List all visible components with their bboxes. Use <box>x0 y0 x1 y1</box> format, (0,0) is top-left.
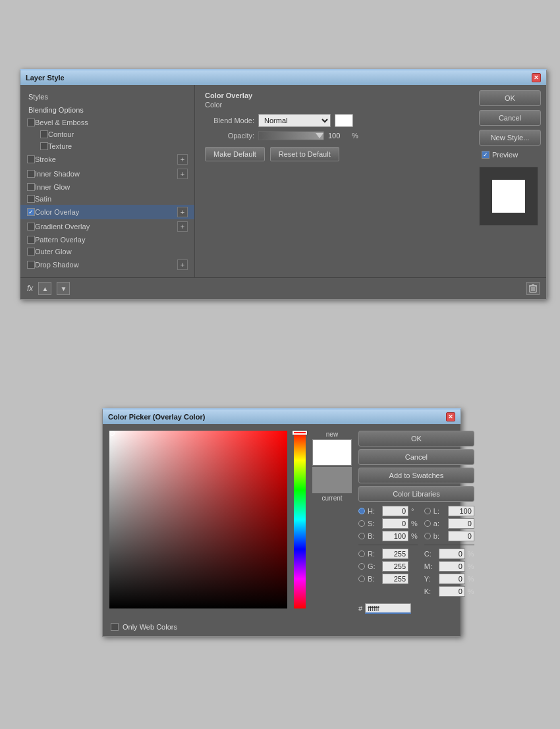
hex-input[interactable] <box>365 603 411 614</box>
ok-button[interactable]: OK <box>479 90 541 106</box>
b3-row: b: <box>424 531 474 541</box>
cp-ok-button[interactable]: OK <box>358 431 474 446</box>
h-label: H: <box>368 507 379 515</box>
fx-label: fx <box>27 284 33 293</box>
sidebar-item-bevel-emboss[interactable]: Bevel & Emboss <box>20 117 194 128</box>
add-to-swatches-button[interactable]: Add to Swatches <box>358 468 474 483</box>
pattern-overlay-checkbox[interactable] <box>27 236 35 244</box>
g-input[interactable] <box>382 561 408 572</box>
opacity-slider[interactable] <box>258 131 324 140</box>
sidebar-item-stroke[interactable]: Stroke + <box>20 152 194 167</box>
b-radio[interactable] <box>358 533 365 539</box>
stroke-checkbox[interactable] <box>27 155 35 163</box>
h-unit: ° <box>411 507 414 515</box>
new-style-button[interactable]: New Style... <box>479 130 541 146</box>
trash-button[interactable] <box>526 282 540 295</box>
gradient-overlay-checkbox[interactable] <box>27 223 35 230</box>
color-libraries-button[interactable]: Color Libraries <box>358 486 474 502</box>
preview-checkbox[interactable]: ✓ <box>482 151 490 159</box>
opacity-slider-thumb[interactable] <box>316 133 323 138</box>
c-label: C: <box>424 550 436 558</box>
h-row: H: ° <box>358 506 418 516</box>
r-input[interactable] <box>382 549 408 559</box>
b-input[interactable] <box>382 531 408 541</box>
b3-radio[interactable] <box>424 533 431 539</box>
sidebar-item-texture[interactable]: Texture <box>20 140 194 152</box>
contour-checkbox[interactable] <box>40 130 48 138</box>
cp-cancel-button[interactable]: Cancel <box>358 449 474 465</box>
blending-options-header[interactable]: Blending Options <box>20 103 194 117</box>
m-unit: % <box>468 562 474 570</box>
color-overlay-plus-button[interactable]: + <box>177 207 188 217</box>
g-radio[interactable] <box>358 563 365 570</box>
preview-label: Preview <box>492 151 518 159</box>
styles-header[interactable]: Styles <box>20 90 194 103</box>
b2-radio[interactable] <box>358 576 365 582</box>
h-radio[interactable] <box>358 508 365 514</box>
color-picker-close-button[interactable]: ✕ <box>446 412 455 421</box>
opacity-label: Opacity: <box>205 132 254 140</box>
b3-input[interactable] <box>448 531 474 541</box>
k-label: K: <box>424 587 436 595</box>
c-unit: % <box>468 550 474 558</box>
s-input[interactable] <box>382 518 408 529</box>
color-overlay-swatch[interactable] <box>335 114 353 127</box>
gradient-cursor <box>109 431 115 436</box>
inner-shadow-checkbox[interactable] <box>27 170 35 178</box>
blend-mode-select[interactable]: Normal Multiply Screen Overlay <box>258 114 331 127</box>
outer-glow-checkbox[interactable] <box>27 248 35 256</box>
down-button[interactable]: ▼ <box>57 282 70 295</box>
sidebar-item-satin[interactable]: Satin <box>20 193 194 205</box>
new-swatch-label: new <box>326 431 338 438</box>
y-input[interactable] <box>439 574 465 584</box>
bevel-emboss-checkbox[interactable] <box>27 119 35 126</box>
pattern-overlay-label: Pattern Overlay <box>35 236 85 244</box>
cancel-button[interactable]: Cancel <box>479 110 541 126</box>
l-input[interactable] <box>448 506 474 516</box>
layer-style-close-button[interactable]: ✕ <box>532 73 541 82</box>
action-buttons: Make Default Reset to Default <box>205 147 464 161</box>
inner-shadow-plus-button[interactable]: + <box>177 169 188 179</box>
r-radio[interactable] <box>358 551 365 557</box>
m-input[interactable] <box>439 561 465 572</box>
sidebar-item-pattern-overlay[interactable]: Pattern Overlay <box>20 234 194 246</box>
a-radio[interactable] <box>424 520 431 527</box>
color-overlay-label: Color Overlay <box>35 208 79 216</box>
gradient-overlay-label: Gradient Overlay <box>35 223 90 230</box>
sidebar-item-drop-shadow[interactable]: Drop Shadow + <box>20 257 194 272</box>
web-colors-checkbox[interactable] <box>111 623 119 631</box>
h-input[interactable] <box>382 506 408 516</box>
m-row: M: % <box>424 561 474 572</box>
reset-default-button[interactable]: Reset to Default <box>270 147 339 161</box>
satin-checkbox[interactable] <box>27 195 35 203</box>
color-gradient-area[interactable] <box>109 431 287 608</box>
b2-input[interactable] <box>382 574 408 584</box>
layer-style-titlebar: Layer Style ✕ <box>20 70 546 85</box>
sidebar-item-inner-glow[interactable]: Inner Glow <box>20 181 194 193</box>
hue-slider[interactable] <box>294 431 306 608</box>
drop-shadow-plus-button[interactable]: + <box>177 259 188 270</box>
inner-glow-checkbox[interactable] <box>27 183 35 191</box>
up-button[interactable]: ▲ <box>38 282 51 295</box>
drop-shadow-checkbox[interactable] <box>27 261 35 269</box>
color-picker-dialog: Color Picker (Overlay Color) ✕ new curre… <box>102 408 461 637</box>
c-input[interactable] <box>439 549 465 559</box>
s-radio[interactable] <box>358 520 365 527</box>
gradient-overlay-plus-button[interactable]: + <box>177 221 188 232</box>
sidebar-item-inner-shadow[interactable]: Inner Shadow + <box>20 167 194 181</box>
texture-checkbox[interactable] <box>40 142 48 150</box>
k-unit: % <box>468 587 474 595</box>
color-overlay-checkbox[interactable]: ✓ <box>27 208 35 216</box>
k-input[interactable] <box>439 586 465 597</box>
l-radio[interactable] <box>424 508 431 514</box>
make-default-button[interactable]: Make Default <box>205 147 265 161</box>
sidebar-item-contour[interactable]: Contour <box>20 128 194 140</box>
sidebar-item-gradient-overlay[interactable]: Gradient Overlay + <box>20 219 194 234</box>
hue-thumb[interactable] <box>293 431 307 435</box>
cmyk-lab-col: L: a: b: C: <box>424 506 474 597</box>
sidebar-item-outer-glow[interactable]: Outer Glow <box>20 246 194 257</box>
sidebar-item-color-overlay[interactable]: ✓ Color Overlay + <box>20 205 194 219</box>
layer-style-body: Styles Blending Options Bevel & Emboss C… <box>20 85 546 277</box>
a-input[interactable] <box>448 518 474 529</box>
stroke-plus-button[interactable]: + <box>177 154 188 165</box>
